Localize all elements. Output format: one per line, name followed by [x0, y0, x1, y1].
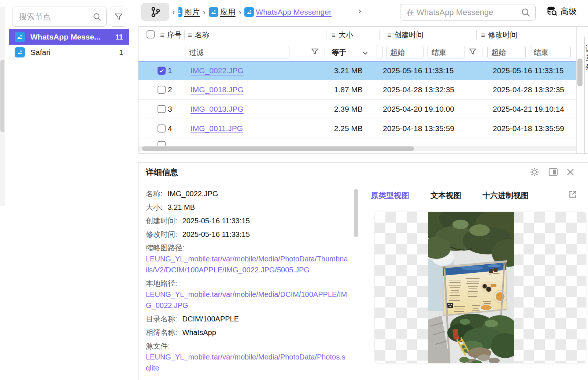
column-header-index[interactable]: ≡序号: [160, 30, 182, 40]
sidebar-item-safari[interactable]: Safari 1: [9, 45, 129, 60]
modified-start-input[interactable]: [487, 46, 526, 59]
file-created: 2025-04-20 19:10:00: [383, 105, 454, 113]
source-file-link[interactable]: LEUNG_YL_mobile.tar/var/mobile/Media/Pho…: [146, 351, 348, 373]
row-index: 3: [168, 105, 172, 113]
row-checkbox-checked[interactable]: [158, 67, 166, 75]
breadcrumb: ‹ 图片 › 应用 › WhatsApp Messenger: [172, 5, 332, 19]
detail-panel-title: 详细信息: [146, 167, 178, 178]
file-link[interactable]: IMG_0011.JPG: [191, 124, 243, 133]
field-local-path: 本地路径:LEUNG_YL_mobile.tar/var/mobile/Medi…: [146, 278, 348, 311]
table-row[interactable]: 1 IMG_0022.JPG 3.21 MB 2025-05-16 11:33:…: [138, 61, 576, 80]
file-modified: 2025-05-16 11:33:15: [493, 66, 563, 75]
gear-icon[interactable]: [529, 167, 540, 177]
image-preview-card[interactable]: [374, 212, 586, 363]
node-search-box: [12, 7, 107, 27]
created-end-input[interactable]: [428, 46, 465, 59]
name-filter-input[interactable]: [185, 46, 289, 59]
column-header-modified[interactable]: ≡修改时间: [481, 30, 517, 40]
column-header-name[interactable]: ≡名称: [188, 30, 210, 40]
breadcrumb-back-icon[interactable]: ‹: [172, 8, 175, 16]
search-icon: [92, 12, 102, 22]
size-value-input[interactable]: [377, 46, 383, 59]
vertical-scrollbar-thumb[interactable]: [577, 59, 583, 86]
row-checkbox[interactable]: [158, 105, 166, 113]
scope-search-input[interactable]: [406, 8, 521, 17]
field-name: 名称:IMG_0022.JPG: [146, 188, 348, 199]
modified-end-input[interactable]: [530, 46, 571, 59]
tree-view-button[interactable]: [141, 3, 169, 21]
preview-tabs: 原类型视图 文本视图 十六进制视图: [371, 190, 529, 201]
local-path-link[interactable]: LEUNG_YL_mobile.tar/var/mobile/Media/DCI…: [146, 289, 348, 311]
advanced-search-label: 高级: [561, 6, 577, 17]
breadcrumb-separator: ›: [239, 8, 241, 16]
image-node-icon: [244, 7, 254, 17]
close-icon[interactable]: [565, 167, 576, 177]
table-row-partial[interactable]: [138, 139, 576, 146]
detail-scrollbar-thumb[interactable]: [354, 189, 358, 237]
branch-icon: [149, 6, 161, 18]
tab-original-view[interactable]: 原类型视图: [371, 190, 409, 201]
horizontal-scrollbar-thumb[interactable]: [142, 146, 414, 151]
file-created: 2025-05-16 11:33:15: [383, 66, 454, 75]
field-modified: 修改时间:2025-05-16 11:33:15: [146, 229, 348, 240]
table-row[interactable]: 4 IMG_0011.JPG 2.25 MB 2025-04-18 13:35:…: [138, 119, 576, 138]
field-size: 大小:3.21 MB: [146, 202, 348, 213]
row-checkbox[interactable]: [158, 141, 166, 146]
file-created: 2025-04-18 13:35:59: [383, 124, 454, 133]
node-search-input[interactable]: [19, 12, 92, 22]
column-header-created[interactable]: ≡创建时间: [387, 30, 424, 40]
field-thumbnail-path: 缩略图路径:LEUNG_YL_mobile.tar/var/mobile/Med…: [146, 242, 348, 275]
database-search-icon: [547, 6, 558, 17]
row-index: 1: [168, 66, 172, 75]
table-filter-row: 等于: [138, 43, 576, 62]
table-row[interactable]: 2 IMG_0018.JPG 1.87 MB 2025-04-28 13:32:…: [138, 81, 576, 100]
tab-hex-view[interactable]: 十六进制视图: [482, 190, 529, 201]
column-menu-icon: ≡: [188, 31, 192, 39]
sidebar-item-label: WhatsApp Messe...: [30, 33, 112, 41]
file-size: 2.25 MB: [315, 124, 363, 133]
row-checkbox[interactable]: [158, 86, 166, 94]
clipped-edge-panel: 丨 设 量 列: [585, 35, 588, 72]
column-menu-icon: ≡: [332, 31, 336, 39]
breadcrumb-item-apps[interactable]: 应用: [209, 7, 236, 17]
open-external-icon[interactable]: [568, 190, 577, 199]
select-all-checkbox[interactable]: [147, 30, 155, 38]
file-link[interactable]: IMG_0018.JPG: [191, 85, 244, 94]
file-modified: 2025-04-18 13:35:59: [493, 124, 564, 133]
sidebar-item-whatsapp[interactable]: WhatsApp Messe... 11: [9, 29, 129, 45]
sidebar-item-count: 11: [115, 33, 123, 41]
toggle-panel-icon[interactable]: [548, 167, 558, 177]
advanced-search-button[interactable]: 高级: [547, 6, 588, 17]
file-modified: 2025-04-21 19:10:14: [493, 105, 564, 113]
image-node-icon-clipped: [178, 7, 182, 17]
row-index: 4: [168, 124, 172, 133]
funnel-icon[interactable]: [311, 48, 319, 56]
column-menu-icon: ≡: [481, 31, 485, 39]
column-header-size[interactable]: ≡大小: [332, 30, 353, 40]
file-created: 2025-04-28 13:32:35: [383, 85, 454, 94]
breadcrumb-item-whatsapp[interactable]: WhatsApp Messenger: [244, 7, 332, 17]
size-operator-dropdown[interactable]: 等于: [332, 48, 346, 57]
funnel-icon: [114, 12, 123, 21]
breadcrumb-item-pictures[interactable]: 图片: [178, 7, 200, 17]
file-link[interactable]: IMG_0022.JPG: [191, 66, 244, 75]
field-created: 创建时间:2025-05-16 11:33:15: [146, 215, 348, 226]
funnel-icon[interactable]: [469, 48, 477, 56]
row-checkbox[interactable]: [158, 124, 166, 133]
search-icon: [521, 7, 531, 18]
detail-fields: 名称:IMG_0022.JPG 大小:3.21 MB 创建时间:2025-05-…: [146, 188, 348, 376]
preview-photo: [428, 212, 514, 363]
thumbnail-path-link[interactable]: LEUNG_YL_mobile.tar/var/mobile/Media/Pho…: [146, 253, 348, 275]
file-link[interactable]: IMG_0013.JPG: [191, 105, 244, 113]
table-row[interactable]: 3 IMG_0013.JPG 2.39 MB 2025-04-20 19:10:…: [138, 100, 576, 119]
left-edge-scrollbar-thumb[interactable]: [0, 60, 4, 132]
created-start-input[interactable]: [386, 46, 424, 59]
field-directory: 目录名称:DCIM/100APPLE: [146, 313, 348, 324]
field-album: 相簿名称:WhatsApp: [146, 327, 348, 338]
table-header-row: ≡序号 ≡名称 ≡大小 ≡创建时间 ≡修改时间: [138, 27, 576, 43]
node-filter-button[interactable]: [110, 7, 127, 27]
tab-text-view[interactable]: 文本视图: [430, 190, 461, 201]
breadcrumb-forward-icon[interactable]: ›: [358, 7, 361, 15]
sidebar-item-label: Safari: [30, 48, 116, 57]
chevron-down-icon[interactable]: [362, 50, 369, 56]
